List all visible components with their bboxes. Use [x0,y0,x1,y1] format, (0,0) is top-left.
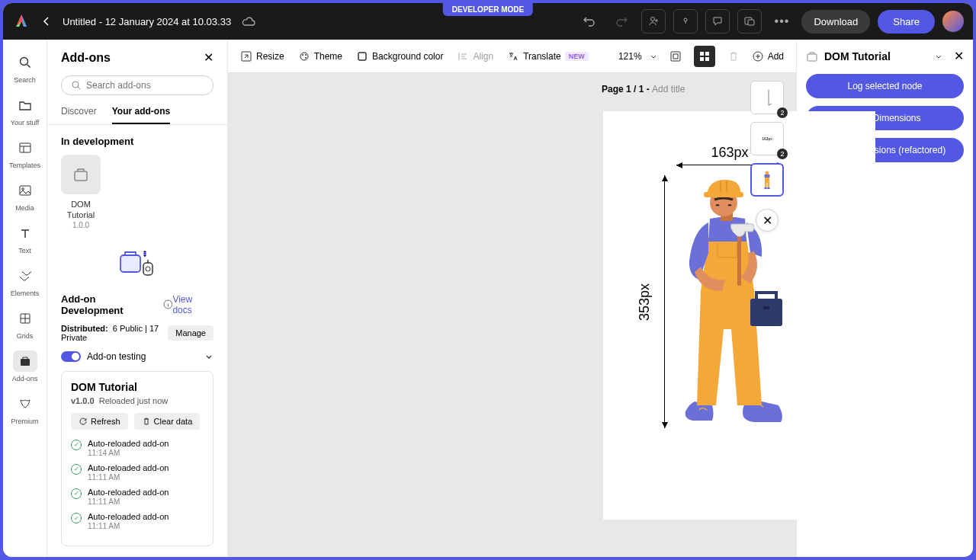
close-addon-panel-button[interactable]: ✕ [954,49,964,63]
help-button[interactable] [673,9,698,34]
svg-rect-41 [768,183,770,187]
cloud-sync-icon [242,16,255,27]
log-entry: ✓Auto-reloaded add-on11:11 AM [71,488,204,506]
svg-rect-28 [705,57,709,61]
svg-rect-36 [704,192,743,197]
rail-addons[interactable]: Add-ons [7,346,43,387]
close-thumbnails-button[interactable]: ✕ [756,209,779,232]
zoom-dropdown-icon[interactable] [650,53,657,60]
svg-rect-30 [718,239,737,258]
addon-icon [806,50,818,62]
log-selected-node-button[interactable]: Log selected node [806,74,964,98]
addon-tile-dom-tutorial[interactable]: DOM Tutorial 1.0.0 [61,155,214,229]
rail-search[interactable]: Search [7,47,43,88]
svg-point-7 [21,188,24,190]
svg-point-13 [143,252,146,255]
rail-media[interactable]: Media [7,175,43,216]
delete-button [723,46,744,67]
view-mode-button[interactable] [665,46,686,67]
rail-grids[interactable]: Grids [7,303,43,344]
add-page-button[interactable]: Add [752,50,784,62]
close-panel-button[interactable]: ✕ [204,50,214,65]
svg-rect-23 [671,52,680,61]
addon-testing-toggle[interactable] [61,351,81,362]
svg-rect-24 [673,54,678,59]
left-rail: Search Your stuff Templates Media Text E… [3,40,47,557]
rail-templates[interactable]: Templates [7,133,43,174]
canvas-toolbar: Resize Theme Background color Align Tran… [228,40,796,73]
grid-view-button[interactable] [694,46,715,67]
align-tool: Align [457,50,493,62]
chevron-down-icon[interactable] [934,52,943,61]
invite-button[interactable] [641,9,666,34]
svg-point-42 [764,187,767,190]
rail-elements[interactable]: Elements [7,261,43,302]
zoom-level[interactable]: 121% [618,51,642,62]
page-indicator[interactable]: Page 1 / 1 - Add title [602,84,685,94]
svg-rect-44 [807,54,817,61]
more-button[interactable]: ••• [769,9,794,34]
svg-rect-33 [763,306,769,309]
addons-panel: Add-ons ✕ Discover Your add-ons In devel… [47,40,228,557]
svg-point-21 [305,57,307,59]
rail-text[interactable]: Text [7,218,43,259]
dev-addon-card: DOM Tutorial v1.0.0 Reloaded just now Re… [61,371,214,547]
svg-rect-27 [700,57,704,61]
page-thumbnails: 2 163px2 ✕ [750,81,784,232]
svg-point-1 [684,18,687,21]
clear-data-button[interactable]: Clear data [134,413,201,430]
svg-rect-32 [750,299,782,326]
undo-button[interactable] [577,9,602,34]
svg-rect-3 [748,20,754,25]
search-icon [71,80,82,91]
dimension-height-line [664,175,665,428]
svg-point-4 [20,58,27,66]
resize-tool[interactable]: Resize [240,50,284,62]
tab-discover[interactable]: Discover [61,106,97,124]
addon-dev-heading: Add-on Development [61,293,172,316]
rail-your-stuff[interactable]: Your stuff [7,90,43,131]
comment-button[interactable] [705,9,730,34]
rail-premium[interactable]: Premium [7,389,43,430]
app-logo[interactable] [12,12,30,30]
redo-button[interactable] [609,9,634,34]
document-title[interactable]: Untitled - 12 January 2024 at 10.03.33 [63,16,231,27]
svg-rect-39 [765,174,770,178]
svg-rect-26 [705,52,709,56]
panel-title: Add-ons [61,51,111,65]
user-avatar[interactable] [942,11,964,32]
log-entry: ✓Auto-reloaded add-on11:11 AM [71,512,204,530]
svg-rect-12 [120,255,140,272]
back-button[interactable] [37,11,56,31]
canvas-area[interactable]: Resize Theme Background color Align Tran… [228,40,796,557]
refresh-button[interactable]: Refresh [71,413,128,430]
svg-point-0 [651,18,655,21]
svg-rect-25 [700,52,704,56]
addon-icon [61,155,101,194]
svg-point-20 [305,54,307,56]
thumbnail-2[interactable]: 163px2 [750,122,784,155]
svg-point-37 [766,171,769,175]
section-in-development: In development [47,125,227,155]
share-button[interactable]: Share [878,10,935,34]
dimension-height-label: 353px [637,283,653,321]
info-icon[interactable] [163,299,173,309]
developer-mode-badge: DEVELOPER MODE [443,3,533,16]
log-entry: ✓Auto-reloaded add-on11:14 AM [71,439,204,457]
present-button[interactable] [737,9,762,34]
translate-tool[interactable]: TranslateNEW [507,50,589,62]
manage-button[interactable]: Manage [168,325,214,341]
theme-tool[interactable]: Theme [298,50,342,62]
bgcolor-tool[interactable]: Background color [356,50,443,62]
view-docs-link[interactable]: View docs [172,294,214,315]
chevron-down-icon[interactable] [204,352,214,361]
thumbnail-3[interactable] [750,163,784,197]
tab-your-addons[interactable]: Your add-ons [112,106,170,124]
svg-rect-9 [21,359,30,366]
search-addons-input[interactable] [61,75,214,95]
svg-rect-22 [358,53,366,60]
svg-rect-31 [737,229,741,286]
thumbnail-1[interactable]: 2 [750,81,784,114]
svg-rect-6 [20,186,30,195]
download-button[interactable]: Download [801,10,870,34]
